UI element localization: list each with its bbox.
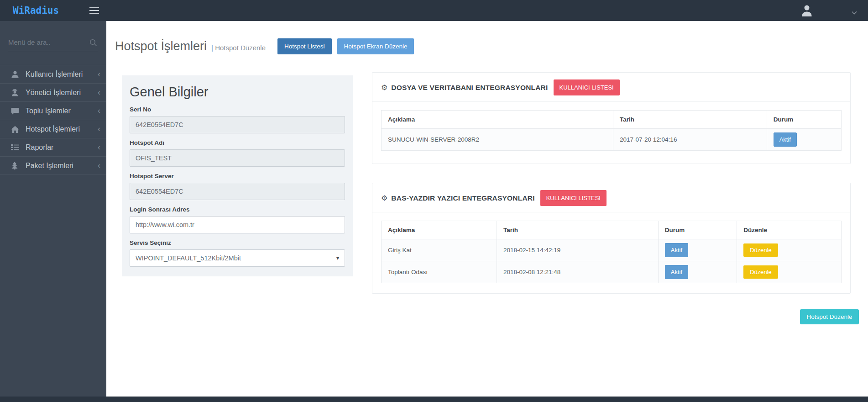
field-hotspot-server: Hotspot Server	[130, 173, 345, 200]
aciklama-cell: Toplantı Odası	[382, 261, 497, 283]
bas-yazdir-header: ⚙ BAS-YAZDIR YAZICI ENTEGRASYONLARI KULL…	[372, 183, 850, 212]
home-icon	[11, 126, 20, 133]
column-header: Durum	[658, 221, 737, 239]
durum-cell: Aktif	[658, 239, 737, 261]
table-row: Toplantı Odası 2018-02-08 12:21:48 Aktif…	[382, 261, 842, 283]
dosya-veritabani-header: ⚙ DOSYA VE VERITABANI ENTEGRASYONLARI KU…	[372, 73, 850, 102]
hotspot-adi-input[interactable]	[130, 149, 345, 167]
sidebar-item-label: Kullanıcı İşlemleri	[26, 70, 83, 79]
hotspot-listesi-button[interactable]: Hotspot Listesi	[277, 38, 332, 54]
comment-icon	[11, 107, 20, 115]
column-header: Tarih	[497, 221, 659, 239]
top-navbar: WiRadius	[0, 0, 868, 21]
sidebar-item-paket-islemleri[interactable]: Paket İşlemleri ‹	[0, 157, 106, 175]
login-sonrasi-adres-label: Login Sonrası Adres	[130, 206, 345, 213]
sidebar-item-raporlar[interactable]: Raporlar ‹	[0, 138, 106, 157]
chevron-left-icon: ‹	[98, 87, 100, 97]
duzenle-button[interactable]: Düzenle	[743, 265, 778, 279]
tarih-cell: 2018-02-08 12:21:48	[497, 261, 659, 283]
sidebar-item-label: Toplu İşlemler	[26, 107, 71, 115]
footer-bar	[0, 397, 868, 402]
duzenle-button[interactable]: Düzenle	[743, 243, 778, 257]
sidebar-item-hotspot-islemleri[interactable]: Hotspot İşlemleri ‹	[0, 120, 106, 138]
column-header: Durum	[767, 111, 841, 129]
dosya-veritabani-panel: ⚙ DOSYA VE VERITABANI ENTEGRASYONLARI KU…	[372, 72, 851, 164]
table-row: SUNUCU-WIN-SERVER-2008R2 2017-07-20 12:0…	[382, 129, 842, 151]
page-title: Hotspot İşlemleri	[115, 39, 207, 53]
sidebar-item-label: Yönetici İşlemleri	[26, 89, 81, 97]
navbar-chevron-down-icon[interactable]	[852, 8, 857, 16]
section-title: BAS-YAZDIR YAZICI ENTEGRASYONLARI	[391, 194, 534, 202]
kullanici-listesi-button[interactable]: KULLANICI LISTESI	[554, 79, 620, 95]
duzenle-cell: Düzenle	[737, 239, 842, 261]
chevron-down-icon: ▾	[336, 255, 339, 261]
login-sonrasi-adres-input[interactable]	[130, 216, 345, 233]
seri-no-input[interactable]	[130, 116, 345, 133]
durum-cell: Aktif	[767, 129, 841, 151]
tree-icon	[11, 162, 20, 169]
chevron-left-icon: ‹	[98, 160, 100, 170]
sidebar-item-label: Raporlar	[26, 143, 53, 152]
chevron-left-icon: ‹	[98, 142, 100, 152]
chevron-left-icon: ‹	[98, 106, 100, 115]
genel-bilgiler-panel: Genel Bilgiler Seri No Hotspot Adı Hotsp…	[122, 75, 353, 276]
duzenle-cell: Düzenle	[737, 261, 842, 283]
page-subtitle: | Hotspot Düzenle	[211, 44, 266, 52]
user-profile-icon[interactable]	[801, 4, 813, 17]
sidebar-item-kullanici-islemleri[interactable]: Kullanıcı İşlemleri ‹	[0, 65, 106, 84]
sidebar-item-label: Paket İşlemleri	[26, 162, 73, 170]
field-servis-seciniz: Servis Seçiniz WIPOINT_DEFAULT_512Kbit/2…	[130, 239, 345, 267]
hotspot-duzenle-submit-button[interactable]: Hotspot Düzenle	[800, 309, 859, 324]
sidebar-menu: Kullanıcı İşlemleri ‹ Yönetici İşlemleri…	[0, 65, 106, 175]
brand-logo[interactable]: WiRadius	[13, 0, 59, 21]
table-header-row: Açıklama Tarih Durum Düzenle	[382, 221, 842, 239]
sidebar-search-input[interactable]	[8, 38, 85, 46]
section-title: DOSYA VE VERITABANI ENTEGRASYONLARI	[391, 84, 548, 92]
form-title: Genel Bilgiler	[130, 84, 345, 100]
aktif-button[interactable]: Aktif	[665, 243, 688, 257]
table-header-row: Açıklama Tarih Durum	[382, 111, 842, 129]
durum-cell: Aktif	[658, 261, 737, 283]
table-row: Giriş Kat 2018-02-15 14:42:19 Aktif Düze…	[382, 239, 842, 261]
bas-yazdir-table: Açıklama Tarih Durum Düzenle Giriş Kat 2…	[381, 221, 842, 283]
page-header: Hotspot İşlemleri | Hotspot Düzenle Hots…	[115, 38, 414, 54]
user-icon	[11, 70, 20, 78]
tarih-cell: 2017-07-20 12:04:16	[613, 129, 767, 151]
bas-yazdir-panel: ⚙ BAS-YAZDIR YAZICI ENTEGRASYONLARI KULL…	[372, 183, 851, 294]
servis-seciniz-label: Servis Seçiniz	[130, 239, 345, 247]
list-icon	[11, 144, 20, 151]
search-icon[interactable]	[89, 39, 97, 48]
tarih-cell: 2018-02-15 14:42:19	[497, 239, 659, 261]
hotspot-server-label: Hotspot Server	[130, 173, 345, 180]
aciklama-cell: SUNUCU-WIN-SERVER-2008R2	[382, 129, 613, 151]
aktif-button[interactable]: Aktif	[774, 132, 797, 147]
gear-icon: ⚙	[381, 195, 387, 202]
field-seri-no: Seri No	[130, 106, 345, 133]
sidebar-item-toplu-islemler[interactable]: Toplu İşlemler ‹	[0, 102, 106, 120]
aciklama-cell: Giriş Kat	[382, 239, 497, 261]
sidebar-item-yonetici-islemleri[interactable]: Yönetici İşlemleri ‹	[0, 84, 106, 102]
aktif-button[interactable]: Aktif	[665, 265, 688, 279]
admin-icon	[11, 89, 20, 96]
column-header: Tarih	[613, 111, 767, 129]
sidebar-search	[8, 38, 98, 51]
servis-select[interactable]: WIPOINT_DEFAULT_512Kbit/2Mbit ▾	[130, 249, 345, 267]
column-header: Açıklama	[382, 221, 497, 239]
gear-icon: ⚙	[381, 84, 387, 91]
hamburger-menu-icon[interactable]	[89, 7, 99, 14]
chevron-left-icon: ‹	[98, 69, 100, 79]
column-header: Açıklama	[382, 111, 613, 129]
seri-no-label: Seri No	[130, 106, 345, 113]
field-login-sonrasi-adres: Login Sonrası Adres	[130, 206, 345, 233]
chevron-left-icon: ‹	[98, 124, 100, 133]
hotspot-ekran-duzenle-button[interactable]: Hotspot Ekran Düzenle	[337, 38, 414, 54]
sidebar: Kullanıcı İşlemleri ‹ Yönetici İşlemleri…	[0, 21, 106, 397]
servis-selected-value: WIPOINT_DEFAULT_512Kbit/2Mbit	[136, 254, 241, 262]
sidebar-item-label: Hotspot İşlemleri	[26, 125, 80, 133]
column-header: Düzenle	[737, 221, 842, 239]
hotspot-adi-label: Hotspot Adı	[130, 139, 345, 147]
dosya-veritabani-table: Açıklama Tarih Durum SUNUCU-WIN-SERVER-2…	[381, 110, 842, 151]
field-hotspot-adi: Hotspot Adı	[130, 139, 345, 167]
kullanici-listesi-button[interactable]: KULLANICI LISTESI	[540, 190, 607, 206]
hotspot-server-input[interactable]	[130, 183, 345, 200]
